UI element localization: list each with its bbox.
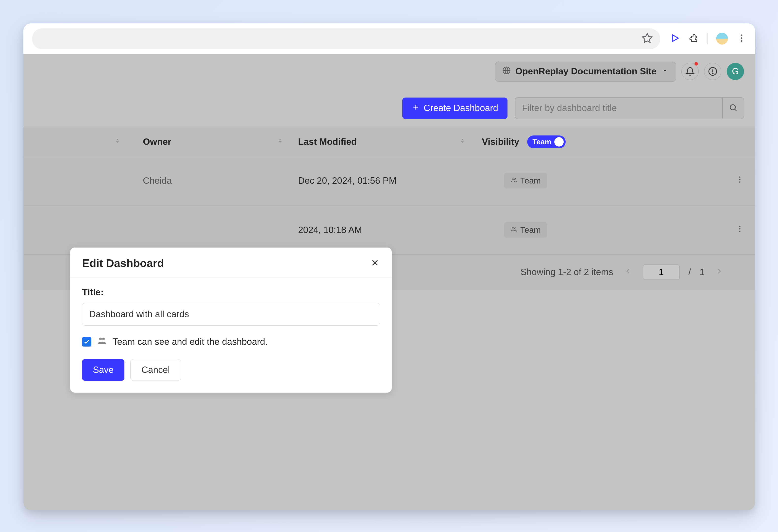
chevron-down-icon [661,66,669,77]
modal-title: Edit Dashboard [82,257,164,270]
team-visibility-label: Team can see and edit the dashboard. [112,337,267,347]
globe-icon [502,66,511,77]
col-owner[interactable]: Owner [121,137,298,147]
table-row[interactable]: 2024, 10:18 AM Team [23,205,755,255]
browser-toolbar-icons [665,33,747,45]
col-sort-spacer[interactable] [34,137,121,147]
visibility-toggle[interactable]: Team [527,136,566,148]
project-selector[interactable]: OpenReplay Documentation Site [495,62,676,82]
svg-point-14 [515,179,516,180]
cell-last-modified: Dec 20, 2024, 01:56 PM [298,176,480,186]
cell-owner: Cheida [121,176,298,186]
svg-point-3 [741,37,743,39]
table-row[interactable]: Cheida Dec 20, 2024, 01:56 PM Team [23,156,755,205]
svg-point-20 [739,226,740,227]
toolbar: Create Dashboard [23,97,755,127]
team-visibility-checkbox[interactable] [82,337,91,347]
svg-line-12 [735,109,736,111]
prev-page-icon[interactable] [622,267,634,278]
svg-point-8 [712,73,713,74]
search-icon [729,103,737,113]
svg-point-26 [102,338,105,340]
svg-marker-1 [673,35,678,41]
svg-point-2 [741,34,743,36]
row-menu-icon[interactable] [735,175,744,186]
svg-point-16 [739,179,740,180]
sort-icon [114,137,121,147]
user-avatar[interactable]: G [727,63,744,80]
svg-point-13 [512,178,514,180]
cell-visibility: Team [480,222,655,238]
plus-icon [412,103,420,113]
pagination-summary: Showing 1-2 of 2 items [521,267,613,277]
svg-point-17 [739,181,740,182]
pagination-separator: / [688,267,691,277]
sort-icon [277,137,283,147]
col-last-modified[interactable]: Last Modified [298,137,480,147]
search-button[interactable] [722,97,744,119]
address-bar[interactable] [32,28,660,49]
pagination-total: 1 [699,267,705,277]
row-menu-icon[interactable] [735,225,744,235]
modal-footer: Save Cancel [70,359,392,392]
team-icon [511,225,517,235]
table-header: Owner Last Modified Visibility Team [23,128,755,156]
svg-point-18 [512,227,514,229]
svg-marker-0 [642,33,652,42]
svg-point-21 [739,228,740,229]
create-dashboard-button[interactable]: Create Dashboard [402,98,508,119]
dashboard-title-input[interactable] [82,303,380,326]
search-box [515,97,744,119]
modal-header: Edit Dashboard [70,248,392,278]
app-header: OpenReplay Documentation Site G [23,54,755,89]
visibility-chip: Team [504,222,547,238]
svg-point-19 [515,228,516,229]
sort-icon [459,137,466,147]
team-visibility-option[interactable]: Team can see and edit the dashboard. [82,336,380,348]
svg-point-15 [739,177,740,178]
cell-visibility: Team [480,173,655,188]
bookmark-star-icon[interactable] [641,32,653,45]
visibility-chip: Team [504,173,547,188]
toggle-knob [554,137,564,147]
play-icon[interactable] [670,33,680,44]
notifications-button[interactable] [682,63,699,80]
project-name: OpenReplay Documentation Site [515,66,656,77]
svg-point-25 [99,338,102,340]
team-icon [511,176,517,185]
browser-window: OpenReplay Documentation Site G Create D… [23,23,755,510]
modal-body: Title: Team can see and edit the dashboa… [70,278,392,359]
svg-point-22 [739,231,740,232]
edit-dashboard-modal: Edit Dashboard Title: Team can see and e… [70,248,392,392]
notification-dot [695,62,698,66]
browser-menu-icon[interactable] [736,33,747,44]
people-icon [97,336,107,348]
page-input[interactable] [643,265,680,280]
svg-point-4 [741,40,743,42]
help-button[interactable] [704,63,721,80]
save-button[interactable]: Save [82,359,125,381]
col-visibility: Visibility Team [480,136,655,148]
svg-point-11 [730,105,735,110]
browser-chrome [23,23,755,54]
create-button-label: Create Dashboard [424,103,498,113]
cancel-button[interactable]: Cancel [130,359,181,381]
cell-last-modified: 2024, 10:18 AM [298,225,480,235]
toolbar-divider [707,33,708,44]
close-icon[interactable] [370,258,380,269]
title-field-label: Title: [82,287,380,297]
extension-icon[interactable] [689,33,698,44]
search-input[interactable] [515,97,722,119]
next-page-icon[interactable] [713,267,725,278]
browser-profile-avatar[interactable] [716,33,728,45]
